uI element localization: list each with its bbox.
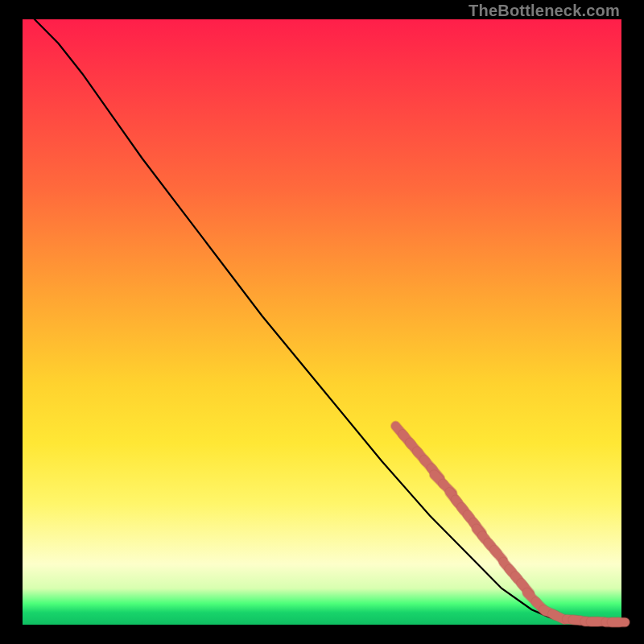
curve-line [35, 19, 621, 623]
curve-markers [395, 426, 625, 622]
watermark-text: TheBottleneck.com [469, 2, 620, 20]
chart-svg [23, 19, 621, 625]
chart-frame: TheBottleneck.com [0, 0, 644, 644]
